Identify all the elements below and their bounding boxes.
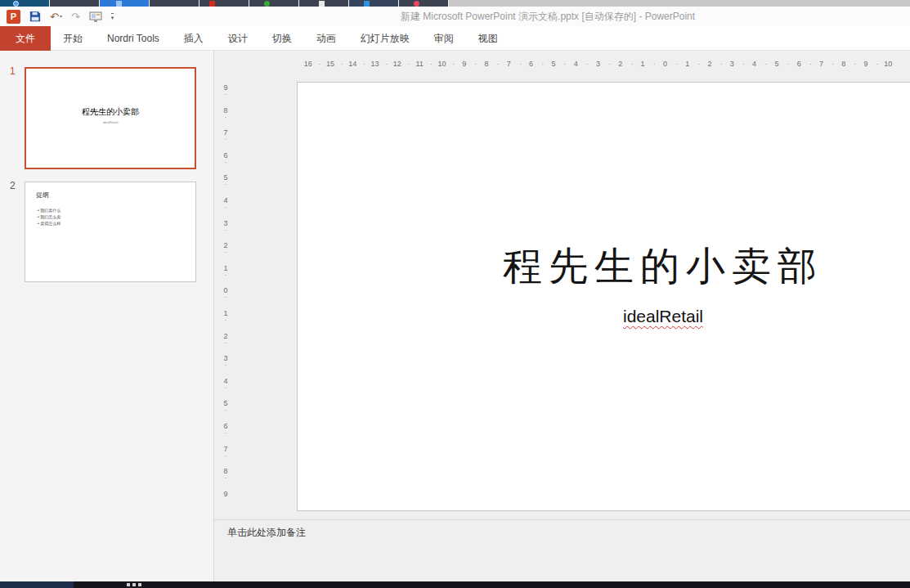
ruler-number: 4	[217, 190, 234, 213]
ruler-number: 6	[520, 57, 542, 70]
quick-access-toolbar: P ↶▾ ↷ ▾	[7, 7, 114, 26]
ruler-number: 9	[453, 57, 475, 70]
ruler-number: 7	[217, 122, 234, 145]
favicon-icon	[116, 1, 122, 7]
browser-tab-stub[interactable]	[50, 0, 100, 7]
favicon-icon	[364, 1, 370, 7]
ribbon-tab[interactable]: 审阅	[422, 26, 466, 50]
ruler-number: 2	[217, 235, 234, 258]
powerpoint-icon[interactable]: P	[7, 10, 20, 24]
browser-tab-stub[interactable]	[399, 0, 449, 7]
notes-placeholder[interactable]: 单击此处添加备注	[227, 526, 306, 540]
status-bar-item	[132, 583, 136, 586]
title-bar: P ↶▾ ↷ ▾ 新建 Microsoft PowerPoint	[0, 7, 910, 26]
status-bar-item	[127, 583, 130, 586]
slide-thumbnail-2[interactable]: 提纲 我们卖什么我们怎么卖卖得怎么样	[25, 182, 196, 282]
browser-tab-stub[interactable]	[299, 0, 349, 7]
ruler-number: 15	[319, 57, 341, 70]
slide-thumbnail-panel: 1 程先生的小卖部 idealRetail 2 提纲 我们卖什么我们怎么卖卖得怎…	[0, 51, 214, 581]
slide-canvas[interactable]: 程先生的小卖部 idealRetail	[297, 82, 910, 511]
thumbnail-bullet: 我们怎么卖	[38, 213, 61, 220]
ruler-number: 3	[217, 348, 234, 370]
ruler-number: 1	[217, 258, 234, 281]
ruler-number: 7	[217, 438, 234, 461]
thumbnail-title: 程先生的小卖部	[26, 106, 195, 118]
ruler-number: 8	[217, 100, 234, 123]
ruler-number: 1	[631, 57, 653, 70]
ribbon-tab-bar: 文件 开始Nordri Tools插入设计切换动画幻灯片放映审阅视图	[0, 26, 910, 51]
window-title: 新建 Microsoft PowerPoint 演示文稿.pptx [自动保存的…	[401, 7, 695, 26]
ribbon-tab[interactable]: 幻灯片放映	[348, 26, 422, 50]
chevron-down-icon[interactable]: ▾	[60, 14, 62, 19]
ruler-number: 2	[609, 57, 631, 70]
status-bar	[0, 581, 910, 588]
ruler-number: 0	[217, 280, 234, 303]
ruler-number: 9	[217, 483, 234, 506]
ruler-number: 9	[854, 57, 876, 70]
ruler-number: 3	[217, 213, 234, 236]
favicon-icon	[264, 1, 270, 7]
slide-title-placeholder[interactable]: 程先生的小卖部	[298, 240, 910, 293]
ruler-number: 3	[721, 57, 743, 70]
tab-file[interactable]: 文件	[0, 26, 51, 51]
browser-tab-stub[interactable]	[100, 0, 150, 7]
slide-subtitle-placeholder[interactable]: idealRetail	[298, 307, 910, 326]
redo-icon[interactable]: ↷	[71, 11, 80, 22]
ruler-number: 5	[765, 57, 787, 70]
favicon-icon	[209, 1, 215, 7]
slideshow-icon[interactable]	[89, 11, 102, 22]
ribbon-tab[interactable]: 设计	[216, 26, 260, 50]
ruler-number: 8	[217, 460, 234, 483]
ruler-number: 3	[587, 57, 609, 70]
ribbon-tab[interactable]: 插入	[172, 26, 216, 50]
ribbon-tab[interactable]: 切换	[260, 26, 304, 50]
favicon-icon	[13, 1, 19, 7]
ruler-number: 13	[364, 57, 386, 70]
thumbnail-bullet: 我们卖什么	[38, 207, 61, 213]
ruler-number: 1	[676, 57, 698, 70]
ruler-number: 14	[342, 57, 364, 70]
browser-tab-stub[interactable]	[0, 0, 50, 7]
browser-tab-stub[interactable]	[349, 0, 399, 7]
ruler-number: 11	[408, 57, 430, 70]
ruler-number: 2	[698, 57, 720, 70]
browser-tab-stub[interactable]	[199, 0, 249, 7]
ruler-number: 6	[788, 57, 810, 70]
undo-icon[interactable]: ↶▾	[50, 11, 62, 22]
ruler-number: 12	[386, 57, 408, 70]
ruler-number: 8	[475, 57, 497, 70]
browser-tab-stub[interactable]	[150, 0, 199, 7]
ruler-number: 7	[498, 57, 520, 70]
ruler-number: 7	[810, 57, 832, 70]
ribbon-tab[interactable]: 动画	[304, 26, 348, 50]
ribbon-tab[interactable]: 开始	[51, 26, 95, 50]
ruler-number: 16	[297, 57, 319, 70]
thumbnail-bullets: 我们卖什么我们怎么卖卖得怎么样	[38, 207, 61, 227]
slide-thumbnail-1[interactable]: 程先生的小卖部 idealRetail	[25, 67, 196, 169]
browser-tab-stub[interactable]	[249, 0, 299, 7]
slide-number-2: 2	[10, 180, 16, 191]
save-icon[interactable]	[29, 11, 41, 22]
ruler-number: 0	[654, 57, 676, 70]
ribbon-tabs: 开始Nordri Tools插入设计切换动画幻灯片放映审阅视图	[51, 26, 510, 50]
slide-number-1: 1	[10, 65, 16, 77]
undo-arrow-glyph: ↶	[50, 11, 59, 22]
thumbnail-bullet: 卖得怎么样	[38, 220, 61, 227]
ribbon-tab[interactable]: 视图	[466, 26, 510, 50]
ruler-number: 2	[217, 325, 234, 348]
ruler-number: 4	[565, 57, 587, 70]
notes-divider[interactable]	[214, 519, 910, 520]
ruler-number: 4	[743, 57, 765, 70]
favicon-icon	[319, 1, 325, 7]
thumbnail-title: 提纲	[36, 191, 49, 200]
ruler-number: 5	[217, 393, 234, 415]
ribbon-tab[interactable]: Nordri Tools	[95, 26, 172, 50]
workspace: 1 程先生的小卖部 idealRetail 2 提纲 我们卖什么我们怎么卖卖得怎…	[0, 51, 910, 581]
favicon-icon	[414, 1, 419, 7]
ruler-number: 5	[217, 167, 234, 190]
thumbnail-subtitle: idealRetail	[26, 120, 195, 124]
browser-tab-strip	[0, 0, 910, 7]
ruler-number: 6	[217, 415, 234, 438]
qat-customize-icon[interactable]: ▾	[111, 13, 114, 20]
ruler-number: 10	[431, 57, 453, 70]
